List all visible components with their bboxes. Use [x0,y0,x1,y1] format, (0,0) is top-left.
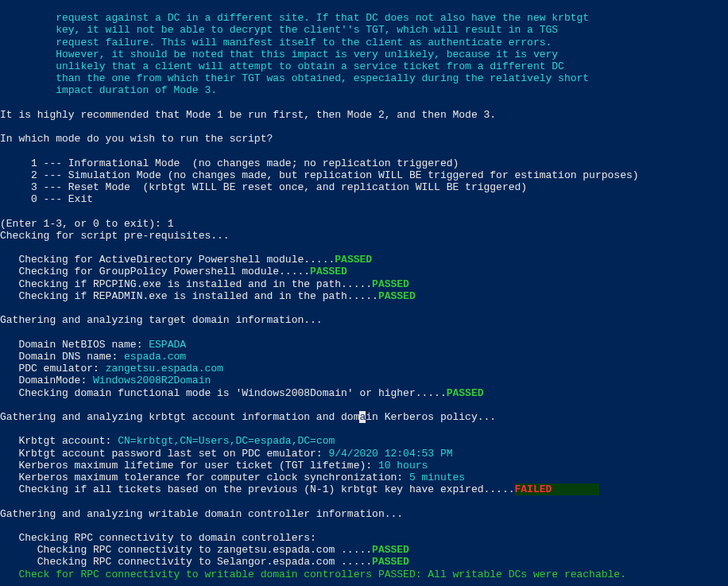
check-ad-module: Checking for ActiveDirectory Powershell … [0,254,335,266]
status-passed: PASSED [335,254,372,266]
netbios-value: ESPADA [149,339,186,351]
recommendation-line: It is highly recommended that Mode 1 be … [0,109,496,121]
netbios-label: Domain NetBIOS name: [0,339,149,351]
krbtgt-header-a: Gathering and analyzing krbtgt account i… [0,411,359,423]
intro-line-7: impact duration of Mode 3. [0,84,217,96]
prereq-header: Checking for script pre-requisites... [0,230,230,242]
krbtgt-header-c: in Kerberos policy... [366,411,496,423]
terminal-output: request against a DC in a different site… [0,0,728,580]
mode-option-0: 0 --- Exit [0,193,93,205]
domainmode-value: Windows2008R2Domain [93,374,211,386]
krbtgt-pwset-value: 9/4/2020 12:04:53 PM [328,448,452,460]
intro-line-2: key, it will not be able to decrypt the … [0,24,558,36]
status-passed: PASSED [378,290,416,302]
intro-line-6: than the one from which their TGT was ob… [0,72,589,84]
intro-line-5: unlikely that a client will attempt to o… [0,60,564,72]
dns-value: espada.com [124,351,186,363]
status-failed: FAILED [515,483,600,495]
pdc-value: zangetsu.espada.com [106,363,223,374]
clock-tolerance-label: Kerberos maximum tolerance for computer … [0,472,409,483]
rpc-all-passed: Check for RPC connectivity to writable d… [0,569,626,580]
dns-label: Domain DNS name: [0,351,124,363]
status-passed: PASSED [310,266,347,277]
check-rpcping: Checking if RPCPING.exe is installed and… [0,278,372,290]
writable-dc-header: Gathering and analyzing writable domain … [0,508,403,520]
rpc-check-header: Checking RPC connectivity to domain cont… [0,532,316,544]
domainmode-label: DomainMode: [0,374,93,386]
krbtgt-pwset-label: Krbtgt account password last set on PDC … [0,448,328,460]
domain-info-header: Gathering and analyzing target domain in… [0,314,323,326]
check-gp-module: Checking for GroupPolicy Powershell modu… [0,266,310,277]
rpc-check-dc1: Checking RPC connectivity to zangetsu.es… [0,544,372,556]
mode-option-1: 1 --- Informational Mode (no changes mad… [0,157,459,169]
status-passed: PASSED [447,387,484,399]
mode-option-2: 2 --- Simulation Mode (no changes made, … [0,169,639,181]
krbtgt-account-label: Krbtgt account: [0,435,118,447]
intro-line-1: request against a DC in a different site… [0,12,589,24]
check-ticket-expiry: Checking if all tickets based on the pre… [0,483,515,495]
status-passed: PASSED [372,278,409,290]
tgt-lifetime-value: 10 hours [378,460,428,472]
intro-line-3: request failure. This will manifest itse… [0,37,552,49]
clock-tolerance-value: 5 minutes [409,472,465,483]
krbtgt-account-value: CN=krbtgt,CN=Users,DC=espada,DC=com [118,435,335,447]
check-repadmin: Checking if REPADMIN.exe is installed an… [0,290,378,302]
intro-line-4: However, it should be noted that this im… [0,49,558,60]
mode-question: In which mode do you wish to run the scr… [0,133,273,145]
input-prompt[interactable]: (Enter 1-3, or 0 to exit): 1 [0,218,173,230]
check-functional-mode: Checking domain functional mode is 'Wind… [0,387,447,399]
rpc-check-dc2: Checking RPC connectivity to Selangor.es… [0,556,372,568]
status-passed: PASSED [372,556,409,568]
tgt-lifetime-label: Kerberos maximum lifetime for user ticke… [0,460,378,472]
mode-option-3: 3 --- Reset Mode (krbtgt WILL BE reset o… [0,181,527,193]
pdc-label: PDC emulator: [0,363,106,374]
status-passed: PASSED [372,544,409,556]
